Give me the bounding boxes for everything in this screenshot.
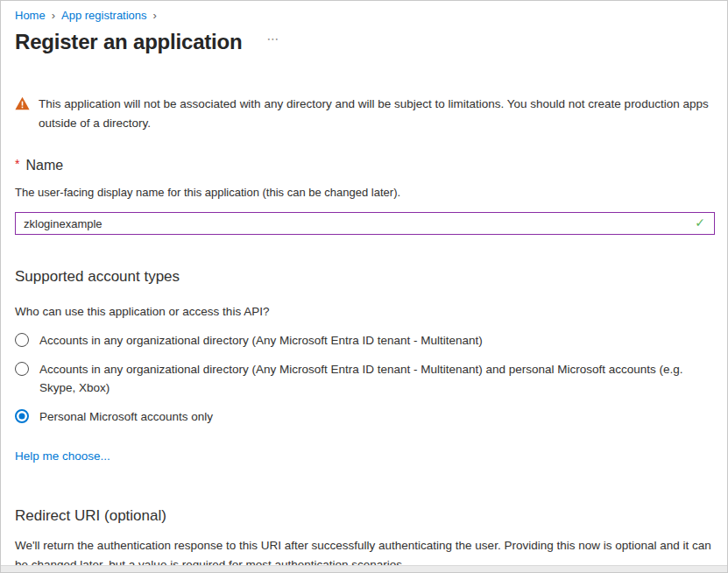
radio-option-label: Accounts in any organizational directory… <box>39 332 483 350</box>
warning-banner: This application will not be associated … <box>15 95 709 132</box>
required-asterisk: * <box>15 157 19 171</box>
title-row: Register an application ⋯ <box>15 30 713 54</box>
redirect-uri-heading: Redirect URI (optional) <box>15 507 713 525</box>
help-me-choose-link[interactable]: Help me choose... <box>15 449 110 463</box>
radio-option-label: Personal Microsoft accounts only <box>39 408 213 426</box>
radio-icon[interactable] <box>15 333 29 347</box>
radio-option-multitenant-personal[interactable]: Accounts in any organizational directory… <box>15 361 703 397</box>
help-link-container: Help me choose... <box>15 449 713 463</box>
name-input-container: ✓ <box>15 212 715 235</box>
name-label-text: Name <box>25 158 63 173</box>
breadcrumb-home-link[interactable]: Home <box>15 9 46 22</box>
name-field-label: *Name <box>15 158 713 173</box>
radio-option-personal-only[interactable]: Personal Microsoft accounts only <box>15 408 703 426</box>
breadcrumb-app-registrations-link[interactable]: App registrations <box>61 9 147 22</box>
account-types-radio-group: Accounts in any organizational directory… <box>15 332 713 426</box>
radio-icon[interactable] <box>15 409 29 423</box>
more-options-icon[interactable]: ⋯ <box>266 32 280 46</box>
radio-icon[interactable] <box>15 362 29 376</box>
breadcrumb-separator-icon: › <box>52 9 55 22</box>
name-field-description: The user-facing display name for this ap… <box>15 186 713 199</box>
valid-check-icon: ✓ <box>695 216 705 230</box>
breadcrumb-separator-icon: › <box>153 9 157 22</box>
radio-option-label: Accounts in any organizational directory… <box>39 361 703 397</box>
name-input[interactable] <box>16 213 687 234</box>
warning-text: This application will not be associated … <box>39 95 709 132</box>
page-title: Register an application <box>15 30 242 54</box>
supported-account-types-heading: Supported account types <box>15 268 713 286</box>
account-types-question: Who can use this application or access t… <box>15 305 713 318</box>
warning-icon <box>15 96 30 132</box>
page-bottom-edge <box>1 565 727 572</box>
radio-option-multitenant[interactable]: Accounts in any organizational directory… <box>15 332 703 350</box>
breadcrumb: Home › App registrations › <box>15 1 713 22</box>
